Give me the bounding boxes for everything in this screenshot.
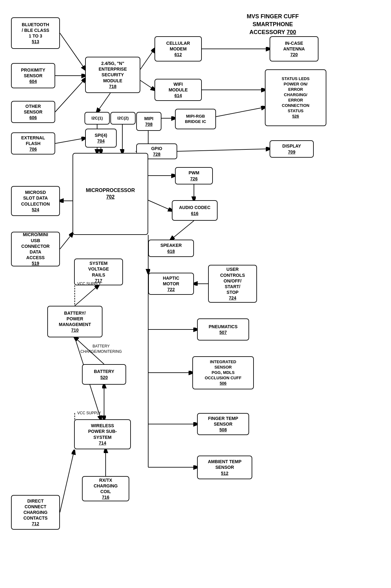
svg-line-9: [55, 138, 85, 143]
i2c1-box: I2C(1): [85, 112, 110, 125]
pneumatics-box: PNEUMATICS507: [197, 318, 249, 341]
svg-line-4: [140, 80, 155, 90]
other-sensor-box: OTHERSENSOR606: [11, 101, 55, 123]
micro-mini-usb-box: MICRO/MINIUSBCONNECTORDATAACCESS 519: [11, 232, 60, 266]
integrated-sensor-box: INTEGRATEDSENSORPGG, MDLSOCCLUSION CUFF …: [192, 356, 254, 389]
mipi-box: MIPI708: [136, 112, 161, 131]
ambient-temp-box: AMBIENT TEMPSENSOR 512: [197, 456, 252, 479]
status-leds-box: STATUS LEDSPOWER ON/ERRORCHARGING/ERRORC…: [265, 69, 326, 126]
svg-line-27: [75, 285, 98, 306]
battery-pm-box: BATTERY/POWERMANAGEMENT710: [47, 306, 102, 337]
external-flash-box: EXTERNALFLASH706: [11, 132, 55, 154]
in-case-antenna-box: IN-CASEANTENNA720: [270, 36, 318, 61]
user-controls-box: USERCONTROLSON/OFF/START/STOP 724: [208, 265, 257, 303]
bluetooth-box: BLUETOOTH/ BLE CLASS1 TO 3513: [11, 17, 60, 49]
pwm-box: PWM 726: [175, 167, 213, 184]
battery-box: BATTERY520: [82, 364, 126, 385]
svg-line-17: [177, 149, 270, 151]
microsd-box: MICROSDSLOT DATACOLLECTION524: [11, 186, 60, 216]
svg-line-26: [60, 233, 73, 249]
battery-charge-label: BATTERYCHARGE/MONITERING: [80, 344, 122, 354]
svg-line-21: [171, 221, 194, 240]
spi4-box: SPI(4)704: [85, 129, 117, 148]
svg-line-22: [148, 200, 172, 211]
direct-connect-box: DIRECTCONNECTCHARGINGCONTACTS712: [11, 495, 60, 530]
svg-line-5: [97, 93, 110, 112]
haptic-motor-box: HAPTICMOTOR 722: [148, 273, 194, 295]
mipi-rgb-box: MIPI-RGBBRIDGE IC: [175, 109, 216, 129]
svg-line-33: [60, 451, 74, 512]
vcc-supply-label-1: VCC SUPPLY: [77, 281, 101, 287]
svg-line-0: [60, 33, 85, 69]
proximity-sensor-box: PROXIMITYSENSOR604: [11, 63, 55, 88]
i2c2-box: I2C(2): [110, 112, 136, 125]
block-diagram: MVS FINGER CUFFSMARTPHONEACCESSORY 700 B…: [0, 0, 391, 588]
svg-line-3: [140, 49, 155, 69]
cellular-modem-box: CELLULARMODEM612: [155, 36, 202, 61]
speaker-box: SPEAKER 618: [148, 240, 194, 257]
wireless-power-box: WIRELESSPOWER SUB-SYSTEM 714: [74, 419, 131, 449]
display-box: DISPLAY 709: [270, 140, 314, 158]
mvs-title-label: MVS FINGER CUFFSMARTPHONEACCESSORY 700: [221, 13, 325, 37]
microprocessor-box: MICROPROCESSOR702: [73, 153, 148, 235]
audio-codec-box: AUDIO CODEC616: [172, 200, 218, 221]
rxtx-coil-box: RX/TXCHARGINGCOIL 716: [82, 476, 129, 501]
vcc-supply-label-2: VCC SUPPLY: [77, 410, 101, 416]
finger-temp-box: FINGER TEMPSENSOR 508: [197, 413, 249, 435]
enterprise-security-box: 2.4/5G, "N"ENTERPRISESECURITYMODULE 718: [85, 57, 140, 93]
svg-line-8: [216, 107, 265, 117]
svg-line-2: [55, 79, 85, 112]
wifi-module-box: WIFIMODULE 614: [155, 79, 202, 101]
